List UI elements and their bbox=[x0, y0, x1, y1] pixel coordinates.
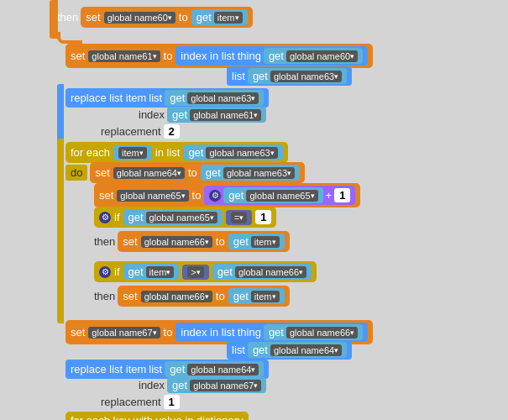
block-get-name66b[interactable]: get global name66 bbox=[212, 264, 312, 280]
block-set-name64[interactable]: set global name64 to get global name63 bbox=[90, 162, 305, 183]
label-set7: set bbox=[71, 326, 85, 339]
block-get-name65c[interactable]: get global name65 bbox=[123, 209, 223, 225]
block-list-name63[interactable]: list get global name63 bbox=[227, 66, 352, 86]
row-if-item-gt-name66: ⚙ if get item > get global name66 bbox=[94, 261, 317, 282]
block-get-item2[interactable]: get item bbox=[228, 234, 285, 249]
dropdown-name63[interactable]: global name63 bbox=[270, 71, 342, 82]
label-index4: index bbox=[139, 379, 165, 391]
dropdown-name67[interactable]: global name67 bbox=[88, 327, 160, 339]
block-get-name64c[interactable]: get global name64 bbox=[165, 361, 264, 377]
dropdown-name64c[interactable]: global name64 bbox=[187, 364, 259, 375]
label-replace2: replace list item bbox=[71, 363, 146, 375]
dropdown-name65c[interactable]: global name65 bbox=[146, 212, 217, 223]
label-replacement: replacement bbox=[101, 125, 161, 138]
connector-rail-blue bbox=[57, 84, 64, 147]
block-num-2[interactable]: 2 bbox=[164, 124, 180, 139]
label-then2: then bbox=[94, 235, 115, 248]
dropdown-name60[interactable]: global name60 bbox=[104, 12, 175, 24]
block-for-each-key[interactable]: for each key with value in dictionary bbox=[65, 412, 249, 420]
dropdown-name63c[interactable]: global name63 bbox=[206, 147, 277, 159]
block-gt[interactable]: > bbox=[182, 265, 208, 280]
label-get2: get bbox=[253, 70, 268, 82]
block-get-name64b[interactable]: get global name64 bbox=[248, 342, 347, 358]
dropdown-name66c[interactable]: global name66 bbox=[141, 291, 212, 302]
dropdown-item2[interactable]: item bbox=[251, 236, 280, 248]
dropdown-eq[interactable]: = bbox=[231, 212, 247, 223]
dropdown-name66b[interactable]: global name66 bbox=[235, 266, 306, 278]
dropdown-item4[interactable]: item bbox=[251, 291, 280, 302]
dropdown-name65[interactable]: global name65 bbox=[117, 190, 188, 202]
dropdown-item3[interactable]: item bbox=[146, 266, 175, 278]
label-to7: to bbox=[164, 326, 173, 339]
block-list-name64[interactable]: list get global name64 bbox=[227, 340, 352, 360]
label-index2: index bbox=[139, 108, 165, 121]
block-index-in-list[interactable]: index in list thing get global name60 bbox=[175, 46, 368, 66]
dropdown-name64[interactable]: global name64 bbox=[113, 167, 185, 179]
row-replace-list2: replace list item list get global name64 bbox=[65, 360, 269, 379]
label-get11: get bbox=[217, 265, 233, 278]
block-set-name65[interactable]: set global name65 to ⚙ get global name65… bbox=[94, 183, 360, 207]
block-get-name63d[interactable]: get global name63 bbox=[201, 165, 300, 181]
label-index3: index in list bbox=[181, 326, 234, 339]
block-replace-list2[interactable]: replace list item list get global name64 bbox=[65, 360, 269, 379]
block-replace-list[interactable]: replace list item list get global name63 bbox=[65, 88, 269, 108]
label-in-list: in list bbox=[155, 146, 181, 159]
block-for-each[interactable]: for each item in list get global name63 bbox=[65, 142, 288, 163]
dropdown-item-var[interactable]: item bbox=[118, 147, 147, 159]
block-get-name60[interactable]: get global name60 bbox=[264, 48, 363, 64]
block-eq[interactable]: = bbox=[226, 210, 252, 225]
label-if2: if bbox=[114, 265, 120, 278]
block-get-name65b[interactable]: get global name65 bbox=[223, 187, 322, 203]
gear-icon2: ⚙ bbox=[99, 212, 111, 223]
block-num-1b[interactable]: 1 bbox=[255, 210, 271, 224]
block-get-name67[interactable]: get global name67 bbox=[167, 377, 266, 393]
block-get-item3[interactable]: get item bbox=[123, 264, 180, 280]
block-num-1c[interactable]: 1 bbox=[164, 395, 180, 409]
dropdown-name64b[interactable]: global name64 bbox=[270, 344, 342, 356]
dropdown-name66[interactable]: global name66 bbox=[141, 236, 212, 248]
block-get-name66c[interactable]: get global name66 bbox=[264, 324, 363, 340]
row-for-each: for each item in list get global name63 bbox=[65, 142, 288, 163]
block-index-in-list2[interactable]: index in list thing get global name66 bbox=[175, 323, 368, 342]
block-set-name66[interactable]: set global name66 to get item bbox=[118, 231, 289, 252]
dropdown-item[interactable]: item bbox=[214, 12, 243, 24]
block-item-var[interactable]: item bbox=[113, 145, 152, 160]
row-for-each-key: for each key with value in dictionary bbox=[65, 412, 249, 420]
block-num-1a[interactable]: 1 bbox=[334, 188, 350, 202]
block-get-name63c[interactable]: get global name63 bbox=[183, 144, 282, 160]
dropdown-name63b[interactable]: global name63 bbox=[187, 92, 259, 104]
dropdown-name63d[interactable]: global name63 bbox=[223, 167, 295, 179]
block-if2[interactable]: ⚙ if get item > get global name66 bbox=[94, 261, 317, 282]
dropdown-name67b[interactable]: global name67 bbox=[190, 380, 261, 391]
label-get14: get bbox=[253, 344, 268, 356]
dropdown-name61b[interactable]: global name61 bbox=[190, 109, 261, 121]
label-get9: get bbox=[233, 235, 249, 248]
c-block-bottom-curve bbox=[57, 32, 82, 44]
block-get-item[interactable]: get item bbox=[191, 9, 248, 25]
block-get-name61[interactable]: get global name61 bbox=[167, 107, 266, 123]
block-get-name63b[interactable]: get global name63 bbox=[165, 90, 264, 106]
dropdown-name61[interactable]: global name61 bbox=[88, 50, 160, 62]
block-get-name63[interactable]: get global name63 bbox=[248, 68, 347, 84]
label-set2: set bbox=[71, 50, 85, 62]
label-replace: replace list item bbox=[71, 92, 146, 104]
block-set-name61[interactable]: set global name61 to index in list thing… bbox=[65, 44, 373, 68]
label-thing: thing bbox=[238, 50, 261, 62]
label-then: then bbox=[57, 11, 78, 24]
block-if1[interactable]: ⚙ if get global name65 = 1 bbox=[94, 207, 276, 228]
label-set6: set bbox=[123, 290, 137, 302]
label-get1: get bbox=[269, 50, 284, 62]
block-get-item4[interactable]: get item bbox=[228, 288, 285, 304]
block-set-name66b[interactable]: set global name66 to get item bbox=[118, 286, 289, 307]
label-get8: get bbox=[128, 211, 144, 223]
dropdown-name66d[interactable]: global name66 bbox=[286, 327, 358, 339]
label-then3: then bbox=[94, 290, 115, 302]
dropdown-name60b[interactable]: global name60 bbox=[286, 50, 358, 62]
label-to5: to bbox=[216, 235, 225, 248]
dropdown-gt[interactable]: > bbox=[187, 266, 203, 278]
dropdown-name65b[interactable]: global name65 bbox=[246, 190, 317, 202]
label-get6: get bbox=[206, 166, 221, 179]
block-gear-plus[interactable]: ⚙ get global name65 + 1 bbox=[204, 186, 355, 205]
row-index-name67: index get global name67 bbox=[139, 377, 266, 393]
block-set-name60[interactable]: set global name60 to get item bbox=[81, 7, 252, 28]
